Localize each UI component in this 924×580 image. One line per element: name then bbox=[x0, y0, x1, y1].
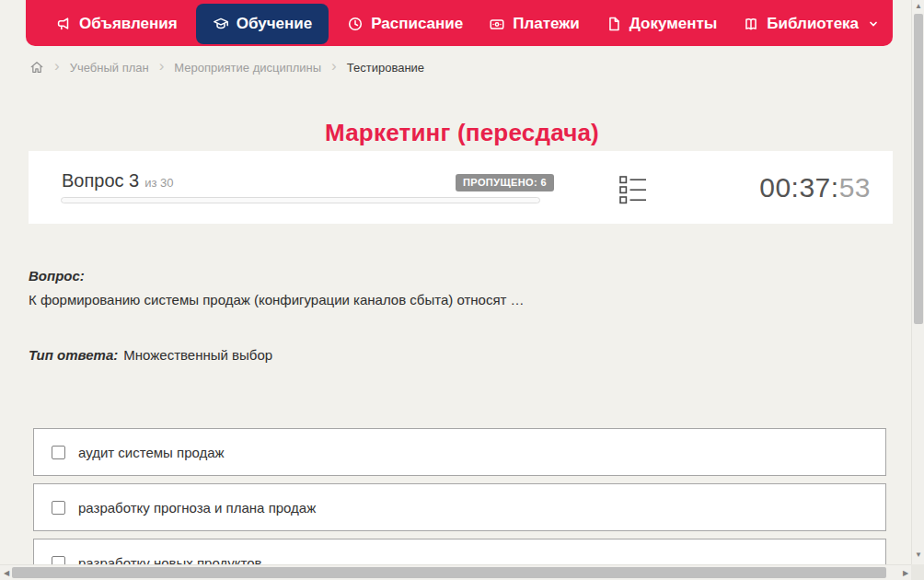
checkbox[interactable] bbox=[52, 501, 65, 515]
horizontal-scrollbar-thumb[interactable] bbox=[12, 567, 886, 578]
question-progress-bar bbox=[61, 197, 540, 203]
vertical-scrollbar[interactable]: ▲ ▼ bbox=[911, 0, 924, 564]
nav-item-label: Обучение bbox=[237, 15, 312, 33]
list-icon bbox=[619, 176, 647, 204]
nav-item-library[interactable]: Библиотека bbox=[735, 6, 886, 42]
clock-icon bbox=[347, 16, 364, 32]
scroll-down-icon[interactable]: ▼ bbox=[912, 549, 924, 562]
scroll-up-icon[interactable]: ▲ bbox=[912, 0, 924, 13]
breadcrumb-separator: › bbox=[54, 58, 60, 74]
cash-icon bbox=[489, 16, 505, 32]
book-icon bbox=[743, 16, 759, 32]
breadcrumb-separator: › bbox=[159, 58, 165, 74]
chevron-down-icon bbox=[868, 18, 879, 29]
horizontal-scrollbar[interactable]: ◀ ▶ bbox=[0, 564, 911, 580]
page-title: Маркетинг (пересдача) bbox=[0, 119, 924, 147]
nav-item-label: Платежи bbox=[513, 15, 580, 33]
answer-option-label: аудит системы продаж bbox=[78, 445, 225, 460]
breadcrumb-item-testing: Тестирование bbox=[347, 61, 424, 75]
nav-item-label: Объявления bbox=[79, 15, 178, 33]
timer-seconds: 53 bbox=[839, 172, 871, 203]
skipped-badge: ПРОПУЩЕНО: 6 bbox=[456, 174, 554, 191]
question-number: Вопрос 3из 30 bbox=[62, 170, 174, 191]
megaphone-icon bbox=[55, 16, 72, 32]
nav-item-schedule[interactable]: Расписание bbox=[340, 6, 470, 42]
question-list-button[interactable] bbox=[619, 176, 647, 204]
main-navbar: Объявления Обучение Расписание Платежи Д… bbox=[26, 0, 893, 46]
question-heading: Вопрос: bbox=[29, 268, 85, 284]
breadcrumb-item-curriculum[interactable]: Учебный план bbox=[70, 61, 149, 75]
nav-item-label: Библиотека bbox=[767, 15, 859, 33]
nav-item-announcements[interactable]: Объявления bbox=[48, 6, 185, 42]
scroll-left-icon[interactable]: ◀ bbox=[0, 566, 13, 580]
breadcrumb: › Учебный план › Мероприятие дисциплины … bbox=[29, 57, 424, 77]
nav-item-payments[interactable]: Платежи bbox=[481, 6, 587, 42]
nav-item-documents[interactable]: Документы bbox=[598, 6, 725, 42]
answer-option[interactable]: разработку прогноза и плана продаж bbox=[33, 483, 886, 531]
answer-options: аудит системы продаж разработку прогноза… bbox=[33, 428, 886, 580]
answer-type-row: Тип ответа:Множественный выбор bbox=[29, 347, 272, 363]
graduation-cap-icon bbox=[213, 16, 229, 32]
answer-option-label: разработку прогноза и плана продаж bbox=[78, 500, 316, 516]
nav-item-label: Документы bbox=[629, 15, 718, 33]
timer: 00:37:53 bbox=[759, 172, 871, 203]
question-text: К формированию системы продаж (конфигура… bbox=[29, 292, 525, 307]
breadcrumb-separator: › bbox=[331, 58, 337, 74]
timer-hours-minutes: 00:37: bbox=[759, 172, 838, 203]
vertical-scrollbar-thumb[interactable] bbox=[914, 14, 923, 324]
answer-option[interactable]: аудит системы продаж bbox=[33, 428, 886, 476]
breadcrumb-item-discipline-event[interactable]: Мероприятие дисциплины bbox=[174, 61, 321, 75]
checkbox[interactable] bbox=[52, 446, 65, 459]
answer-type-value: Множественный выбор bbox=[123, 347, 272, 363]
scroll-right-icon[interactable]: ▶ bbox=[899, 566, 912, 580]
nav-item-label: Расписание bbox=[371, 15, 463, 33]
home-icon[interactable] bbox=[29, 60, 44, 75]
scrollbar-corner bbox=[911, 564, 924, 580]
question-total: из 30 bbox=[144, 176, 173, 190]
nav-item-learning[interactable]: Обучение bbox=[196, 4, 329, 44]
question-number-label: Вопрос 3 bbox=[62, 170, 139, 191]
question-header-panel: Вопрос 3из 30 ПРОПУЩЕНО: 6 00:37:53 bbox=[29, 151, 893, 224]
document-icon bbox=[606, 16, 622, 32]
answer-type-label: Тип ответа: bbox=[29, 347, 118, 363]
